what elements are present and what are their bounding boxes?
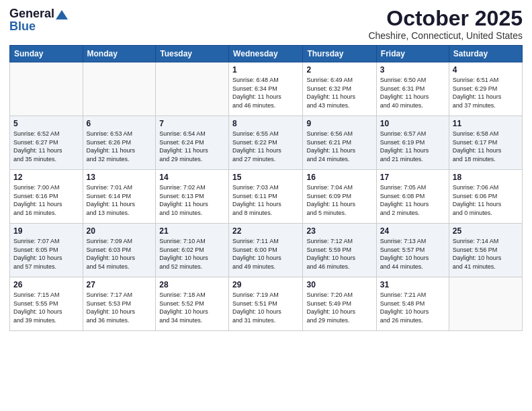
day-info-text: Daylight: 11 hours — [232, 93, 299, 101]
day-info-text: and 39 minutes. — [13, 316, 79, 325]
day-info-text: Sunrise: 7:20 AM — [306, 291, 372, 300]
calendar-week-row: 1Sunrise: 6:48 AMSunset: 6:34 PMDaylight… — [10, 62, 523, 116]
day-number: 23 — [306, 226, 372, 236]
day-info-text: and 32 minutes. — [87, 155, 152, 164]
calendar-container: General Blue October 2025 Cheshire, Conn… — [0, 0, 532, 335]
calendar-day-cell — [156, 62, 229, 116]
day-info-text: Daylight: 11 hours — [380, 93, 445, 101]
day-number: 1 — [232, 65, 299, 75]
day-info-text: Sunset: 5:51 PM — [232, 300, 299, 308]
day-info-text: Daylight: 11 hours — [159, 146, 225, 155]
day-number: 2 — [306, 65, 372, 75]
day-info-text: and 57 minutes. — [13, 263, 79, 271]
day-info-text: Sunset: 6:09 PM — [306, 192, 372, 201]
day-info-text: Sunrise: 7:05 AM — [380, 183, 445, 192]
calendar-day-cell: 1Sunrise: 6:48 AMSunset: 6:34 PMDaylight… — [229, 62, 303, 116]
day-info-text: Daylight: 11 hours — [232, 146, 299, 155]
calendar-day-cell: 30Sunrise: 7:20 AMSunset: 5:49 PMDayligh… — [303, 277, 376, 331]
day-number: 7 — [159, 119, 225, 128]
day-number: 10 — [380, 119, 445, 128]
day-info-text: Sunrise: 6:54 AM — [159, 130, 225, 138]
calendar-day-cell: 20Sunrise: 7:09 AMSunset: 6:03 PMDayligh… — [83, 224, 156, 277]
day-number: 26 — [13, 280, 79, 289]
day-info-text: Sunset: 5:59 PM — [306, 246, 372, 255]
day-info-text: and 31 minutes. — [232, 316, 299, 325]
header: General Blue October 2025 Cheshire, Conn… — [9, 7, 523, 41]
day-header-tuesday: Tuesday — [156, 46, 229, 62]
day-number: 9 — [306, 119, 372, 128]
day-info-text: and 13 minutes. — [87, 209, 152, 218]
calendar-day-cell: 24Sunrise: 7:13 AMSunset: 5:57 PMDayligh… — [376, 224, 449, 277]
day-number: 11 — [453, 119, 519, 128]
calendar-day-cell: 6Sunrise: 6:53 AMSunset: 6:26 PMDaylight… — [83, 116, 156, 170]
calendar-day-cell — [449, 277, 522, 331]
calendar-day-cell: 21Sunrise: 7:10 AMSunset: 6:02 PMDayligh… — [156, 224, 229, 277]
day-info-text: Sunrise: 7:11 AM — [232, 237, 299, 246]
calendar-day-cell: 5Sunrise: 6:52 AMSunset: 6:27 PMDaylight… — [10, 116, 83, 170]
logo-blue-text: Blue — [9, 19, 36, 34]
day-info-text: Sunrise: 7:09 AM — [87, 237, 152, 246]
day-number: 18 — [453, 173, 519, 182]
day-header-monday: Monday — [83, 46, 156, 62]
day-header-wednesday: Wednesday — [229, 46, 303, 62]
day-info-text: and 8 minutes. — [232, 209, 299, 218]
day-info-text: Daylight: 11 hours — [13, 200, 79, 209]
calendar-day-cell: 27Sunrise: 7:17 AMSunset: 5:53 PMDayligh… — [83, 277, 156, 331]
day-info-text: and 41 minutes. — [453, 263, 519, 271]
day-info-text: Sunset: 6:22 PM — [232, 138, 299, 147]
day-header-saturday: Saturday — [449, 46, 522, 62]
logo-general-text: General — [9, 7, 54, 21]
day-info-text: Sunset: 6:06 PM — [453, 192, 519, 201]
day-info-text: and 21 minutes. — [380, 155, 445, 164]
day-number: 28 — [159, 280, 225, 289]
day-info-text: Sunrise: 7:17 AM — [87, 291, 152, 300]
day-info-text: Sunrise: 6:49 AM — [306, 76, 372, 85]
day-number: 30 — [306, 280, 372, 289]
day-info-text: Sunset: 6:02 PM — [159, 246, 225, 255]
day-info-text: Sunset: 6:17 PM — [453, 138, 519, 147]
day-info-text: Daylight: 10 hours — [87, 254, 152, 263]
day-info-text: Daylight: 10 hours — [380, 254, 445, 263]
day-info-text: Sunrise: 7:14 AM — [453, 237, 519, 246]
day-info-text: Sunrise: 6:51 AM — [453, 76, 519, 85]
day-number: 20 — [87, 226, 152, 236]
calendar-day-cell: 10Sunrise: 6:57 AMSunset: 6:19 PMDayligh… — [376, 116, 449, 170]
calendar-week-row: 19Sunrise: 7:07 AMSunset: 6:05 PMDayligh… — [10, 224, 523, 277]
day-number: 24 — [380, 226, 445, 236]
day-header-friday: Friday — [376, 46, 449, 62]
day-info-text: Sunrise: 6:48 AM — [232, 76, 299, 85]
calendar-day-cell: 2Sunrise: 6:49 AMSunset: 6:32 PMDaylight… — [303, 62, 376, 116]
logo-icon — [56, 10, 68, 19]
calendar-header-row: SundayMondayTuesdayWednesdayThursdayFrid… — [10, 46, 523, 62]
day-info-text: and 46 minutes. — [306, 263, 372, 271]
calendar-day-cell: 28Sunrise: 7:18 AMSunset: 5:52 PMDayligh… — [156, 277, 229, 331]
day-info-text: Sunset: 6:21 PM — [306, 138, 372, 147]
day-info-text: Sunset: 6:26 PM — [87, 138, 152, 147]
calendar-day-cell: 11Sunrise: 6:58 AMSunset: 6:17 PMDayligh… — [449, 116, 522, 170]
day-info-text: Sunset: 6:27 PM — [13, 138, 79, 147]
day-info-text: Sunset: 6:03 PM — [87, 246, 152, 255]
day-info-text: Sunset: 6:08 PM — [380, 192, 445, 201]
calendar-day-cell: 26Sunrise: 7:15 AMSunset: 5:55 PMDayligh… — [10, 277, 83, 331]
day-info-text: Sunrise: 7:21 AM — [380, 291, 445, 300]
day-header-sunday: Sunday — [10, 46, 83, 62]
day-info-text: Daylight: 11 hours — [380, 200, 445, 209]
day-info-text: and 2 minutes. — [380, 209, 445, 218]
day-info-text: Daylight: 11 hours — [13, 146, 79, 155]
day-number: 19 — [13, 226, 79, 236]
day-info-text: Sunset: 6:19 PM — [380, 138, 445, 147]
day-header-thursday: Thursday — [303, 46, 376, 62]
calendar-day-cell — [83, 62, 156, 116]
day-info-text: and 5 minutes. — [306, 209, 372, 218]
day-info-text: Sunrise: 7:10 AM — [159, 237, 225, 246]
day-number: 17 — [380, 173, 445, 182]
day-info-text: Sunset: 6:34 PM — [232, 85, 299, 93]
day-info-text: and 54 minutes. — [87, 263, 152, 271]
day-info-text: Sunrise: 7:00 AM — [13, 183, 79, 192]
day-number: 12 — [13, 173, 79, 182]
calendar-day-cell — [10, 62, 83, 116]
day-info-text: and 29 minutes. — [306, 316, 372, 325]
month-title: October 2025 — [368, 7, 523, 30]
day-info-text: Sunrise: 6:57 AM — [380, 130, 445, 138]
day-info-text: Sunrise: 6:52 AM — [13, 130, 79, 138]
